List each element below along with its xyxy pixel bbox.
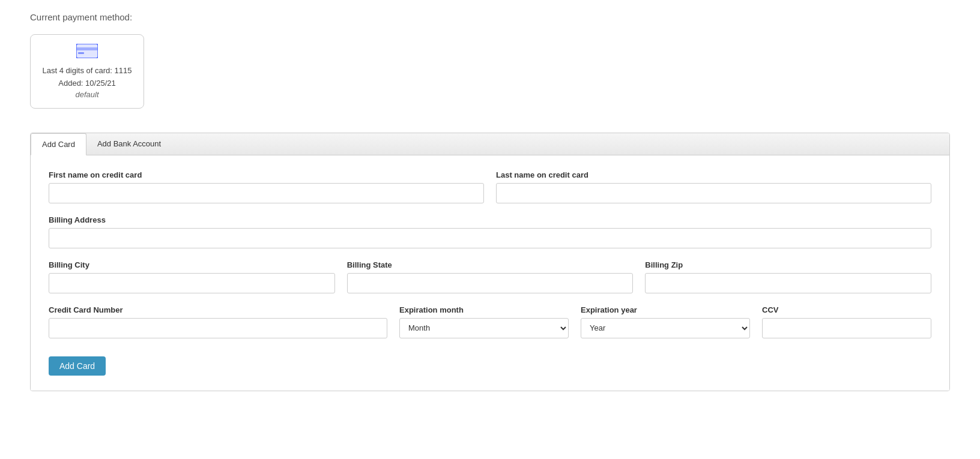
city-state-zip-row: Billing City Billing State Billing Zip	[49, 260, 931, 293]
svg-rect-0	[76, 44, 98, 58]
credit-card-number-input[interactable]	[49, 318, 387, 338]
billing-address-label: Billing Address	[49, 215, 931, 224]
name-row: First name on credit card Last name on c…	[49, 170, 931, 203]
expiration-year-label: Expiration year	[581, 305, 750, 314]
tab-add-card[interactable]: Add Card	[31, 133, 86, 155]
first-name-group: First name on credit card	[49, 170, 484, 203]
credit-card-icon	[40, 44, 135, 60]
expiration-month-group: Expiration month Month 01 - January 02 -…	[399, 305, 569, 338]
ccv-input[interactable]	[762, 318, 931, 338]
ccv-label: CCV	[762, 305, 931, 314]
billing-city-label: Billing City	[49, 260, 335, 269]
tab-add-bank-account[interactable]: Add Bank Account	[86, 133, 172, 155]
billing-city-group: Billing City	[49, 260, 335, 293]
expiration-year-group: Expiration year Year 2024 2025 2026 2027…	[581, 305, 750, 338]
credit-card-number-label: Credit Card Number	[49, 305, 387, 314]
ccv-group: CCV	[762, 305, 931, 338]
expiration-year-select[interactable]: Year 2024 2025 2026 2027 2028 2029 2030	[581, 318, 750, 338]
payment-card: Last 4 digits of card: 1115 Added: 10/25…	[30, 34, 144, 109]
billing-address-input[interactable]	[49, 228, 931, 248]
billing-zip-input[interactable]	[645, 273, 931, 293]
last-name-label: Last name on credit card	[496, 170, 931, 179]
card-digits: Last 4 digits of card: 1115	[40, 65, 135, 77]
svg-rect-3	[78, 52, 84, 54]
first-name-label: First name on credit card	[49, 170, 484, 179]
add-card-button[interactable]: Add Card	[49, 356, 106, 376]
payment-form-container: Add Card Add Bank Account First name on …	[30, 133, 950, 391]
billing-address-group: Billing Address	[49, 215, 931, 248]
first-name-input[interactable]	[49, 183, 484, 203]
billing-zip-label: Billing Zip	[645, 260, 931, 269]
credit-card-number-group: Credit Card Number	[49, 305, 387, 338]
billing-address-row: Billing Address	[49, 215, 931, 248]
page-title: Current payment method:	[30, 12, 950, 22]
svg-rect-2	[76, 47, 98, 50]
billing-state-input[interactable]	[347, 273, 634, 293]
billing-state-group: Billing State	[347, 260, 634, 293]
card-details-row: Credit Card Number Expiration month Mont…	[49, 305, 931, 338]
expiration-month-select[interactable]: Month 01 - January 02 - February 03 - Ma…	[399, 318, 569, 338]
billing-city-input[interactable]	[49, 273, 335, 293]
tabs: Add Card Add Bank Account	[31, 133, 949, 155]
expiration-month-label: Expiration month	[399, 305, 569, 314]
card-default: default	[40, 90, 135, 99]
billing-state-label: Billing State	[347, 260, 634, 269]
card-added: Added: 10/25/21	[40, 77, 135, 90]
billing-zip-group: Billing Zip	[645, 260, 931, 293]
last-name-group: Last name on credit card	[496, 170, 931, 203]
form-body: First name on credit card Last name on c…	[31, 155, 949, 391]
last-name-input[interactable]	[496, 183, 931, 203]
